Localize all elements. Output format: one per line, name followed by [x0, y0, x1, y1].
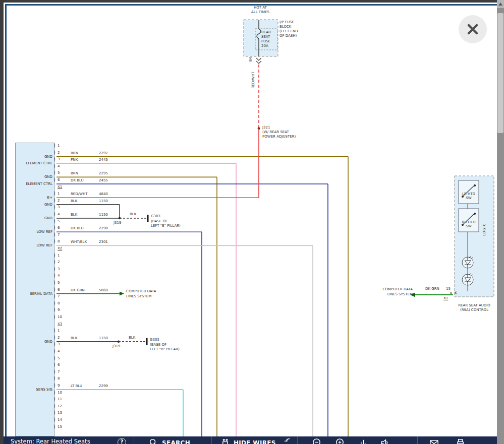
- help-button[interactable]: ?: [118, 438, 126, 444]
- diagram-canvas: [4, 3, 497, 436]
- close-icon: [466, 23, 479, 36]
- app-window: HOT AT ALL TIMES REAR SEAT FUSE 20A I/P …: [0, 0, 504, 444]
- help-icon: ?: [118, 438, 126, 444]
- toolbar-divider: [134, 436, 134, 444]
- system-status: System: Rear Heated Seats: [11, 438, 90, 444]
- close-button[interactable]: [459, 15, 487, 43]
- system-label: System: Rear Heated Seats: [11, 438, 90, 444]
- scrollbar-thumb[interactable]: [497, 13, 503, 133]
- email-button[interactable]: [429, 438, 439, 444]
- hide-wires-button-label: HIDE WIRES: [234, 439, 276, 444]
- toolbar-divider: [297, 436, 298, 444]
- toolbar-divider: [417, 436, 418, 444]
- search-icon: [149, 438, 158, 444]
- scrollbar-track[interactable]: [497, 0, 504, 444]
- undo-icon: [280, 438, 290, 444]
- scroll-up-button[interactable]: [497, 0, 504, 8]
- search-button-label: SEARCH: [162, 439, 190, 444]
- zoom-out-button[interactable]: [312, 438, 322, 444]
- levels-button[interactable]: [359, 438, 368, 444]
- hide-wires-button[interactable]: HIDE WIRES: [220, 438, 276, 444]
- zoom-out-icon: [312, 438, 322, 444]
- page-border-left: [5, 4, 7, 436]
- volume-button[interactable]: [380, 438, 389, 444]
- bottom-toolbar: System: Rear Heated Seats ? SEARCH HIDE …: [4, 436, 497, 444]
- print-button[interactable]: [456, 438, 465, 444]
- toolbar-divider: [211, 436, 212, 444]
- page-border-top: [5, 4, 497, 6]
- print-icon: [456, 438, 465, 444]
- search-button[interactable]: SEARCH: [149, 438, 190, 444]
- email-icon: [429, 438, 439, 444]
- undo-button[interactable]: [280, 438, 290, 444]
- levels-icon: [359, 438, 368, 444]
- hide-wires-icon: [220, 438, 230, 444]
- zoom-in-icon: [335, 438, 345, 444]
- zoom-in-button[interactable]: [335, 438, 345, 444]
- left-connector-box: [15, 143, 54, 436]
- volume-icon: [380, 438, 389, 444]
